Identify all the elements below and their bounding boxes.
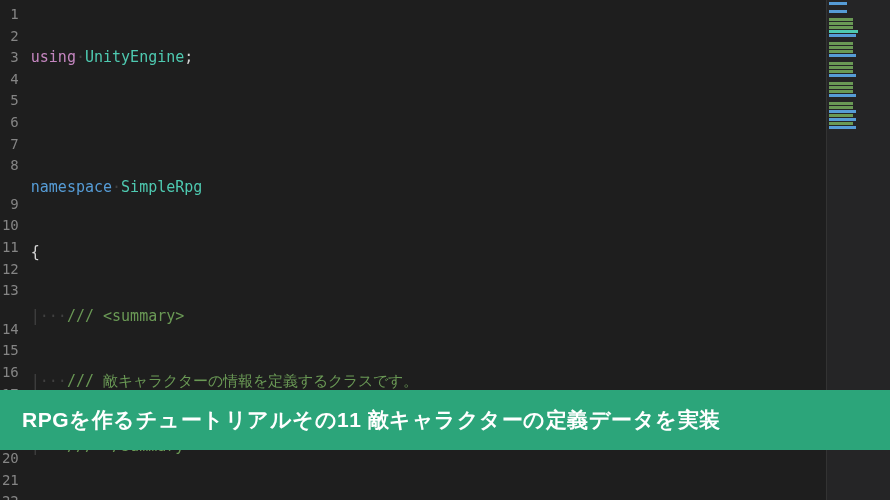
minimap-line — [829, 66, 888, 69]
minimap-line — [829, 98, 888, 101]
minimap-line — [829, 94, 888, 97]
line-number: 14 — [0, 319, 19, 341]
minimap-line — [829, 102, 888, 105]
line-number: 3 — [0, 47, 19, 69]
line-number: 20 — [0, 448, 19, 470]
minimap-line — [829, 18, 888, 21]
line-number: 15 — [0, 340, 19, 362]
minimap-line — [829, 126, 888, 129]
line-number: 9 — [0, 194, 19, 216]
line-number: 1 — [0, 4, 19, 26]
line-number: 4 — [0, 69, 19, 91]
line-number — [0, 302, 19, 319]
minimap-line — [829, 70, 888, 73]
code-line[interactable]: using·UnityEngine; — [31, 47, 826, 69]
minimap-line — [829, 122, 888, 125]
line-number: 5 — [0, 90, 19, 112]
line-number: 8 — [0, 155, 19, 177]
minimap-line — [829, 90, 888, 93]
tutorial-banner: RPGを作るチュートリアルその11 敵キャラクターの定義データを実装 — [0, 390, 890, 450]
minimap-line — [829, 54, 888, 57]
banner-text: RPGを作るチュートリアルその11 敵キャラクターの定義データを実装 — [22, 408, 721, 431]
minimap-line — [829, 50, 888, 53]
line-number: 13 — [0, 280, 19, 302]
code-line[interactable] — [31, 112, 826, 134]
minimap-line — [829, 106, 888, 109]
minimap-line — [829, 2, 888, 5]
line-number: 2 — [0, 26, 19, 48]
minimap-line — [829, 6, 888, 9]
code-line[interactable]: { — [31, 242, 826, 264]
line-number: 21 — [0, 470, 19, 492]
line-number: 12 — [0, 259, 19, 281]
minimap-line — [829, 38, 888, 41]
minimap-line — [829, 46, 888, 49]
minimap-line — [829, 118, 888, 121]
minimap-line — [829, 30, 888, 33]
minimap-line — [829, 110, 888, 113]
minimap-line — [829, 22, 888, 25]
minimap-line — [829, 86, 888, 89]
minimap-line — [829, 58, 888, 61]
line-number: 10 — [0, 215, 19, 237]
minimap-line — [829, 62, 888, 65]
line-number: 16 — [0, 362, 19, 384]
line-number — [0, 177, 19, 194]
line-number: 22 — [0, 491, 19, 500]
minimap-line — [829, 114, 888, 117]
minimap-line — [829, 82, 888, 85]
minimap-line — [829, 14, 888, 17]
code-line[interactable]: namespace·SimpleRpg — [31, 177, 826, 199]
line-number: 7 — [0, 134, 19, 156]
minimap-line — [829, 26, 888, 29]
minimap-line — [829, 78, 888, 81]
line-number: 11 — [0, 237, 19, 259]
minimap-line — [829, 42, 888, 45]
line-number: 6 — [0, 112, 19, 134]
minimap-line — [829, 34, 888, 37]
minimap-line — [829, 10, 888, 13]
code-line[interactable]: |···/// <summary> — [31, 306, 826, 328]
minimap-line — [829, 74, 888, 77]
